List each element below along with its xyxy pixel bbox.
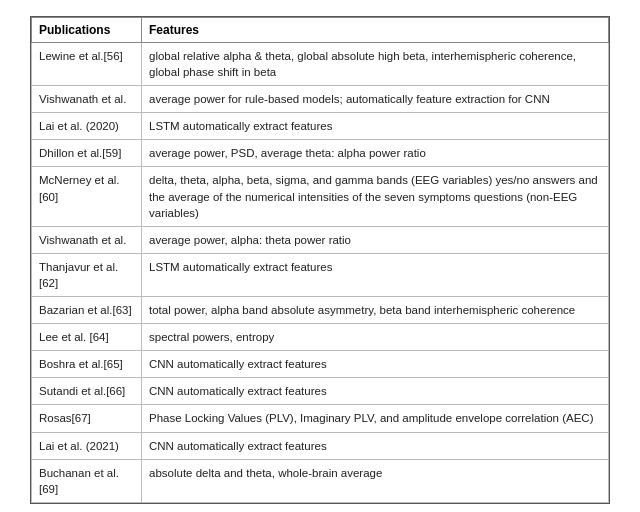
header-features: Features	[142, 18, 609, 43]
publication-cell: Thanjavur et al.[62]	[32, 253, 142, 296]
table-row: Boshra et al.[65]CNN automatically extra…	[32, 351, 609, 378]
publication-cell: Rosas[67]	[32, 405, 142, 432]
table-row: McNerney et al.[60]delta, theta, alpha, …	[32, 167, 609, 226]
features-cell: CNN automatically extract features	[142, 351, 609, 378]
features-cell: average power, alpha: theta power ratio	[142, 226, 609, 253]
publication-cell: Buchanan et al.[69]	[32, 459, 142, 502]
table-row: Sutandi et al.[66]CNN automatically extr…	[32, 378, 609, 405]
table-row: Lewine et al.[56]global relative alpha &…	[32, 43, 609, 86]
features-cell: average power for rule-based models; aut…	[142, 86, 609, 113]
publication-cell: Sutandi et al.[66]	[32, 378, 142, 405]
features-cell: delta, theta, alpha, beta, sigma, and ga…	[142, 167, 609, 226]
table-row: Lai et al. (2021)CNN automatically extra…	[32, 432, 609, 459]
publication-cell: Lewine et al.[56]	[32, 43, 142, 86]
features-cell: LSTM automatically extract features	[142, 113, 609, 140]
publication-cell: Vishwanath et al.	[32, 226, 142, 253]
publication-cell: Vishwanath et al.	[32, 86, 142, 113]
publication-cell: Lai et al. (2021)	[32, 432, 142, 459]
publication-cell: McNerney et al.[60]	[32, 167, 142, 226]
features-cell: CNN automatically extract features	[142, 432, 609, 459]
table-row: Vishwanath et al.average power, alpha: t…	[32, 226, 609, 253]
features-cell: LSTM automatically extract features	[142, 253, 609, 296]
main-table-wrapper: Publications Features Lewine et al.[56]g…	[30, 16, 610, 504]
table-row: Lee et al. [64]spectral powers, entropy	[32, 324, 609, 351]
publication-cell: Bazarian et al.[63]	[32, 297, 142, 324]
features-cell: average power, PSD, average theta: alpha…	[142, 140, 609, 167]
features-cell: spectral powers, entropy	[142, 324, 609, 351]
table-row: Dhillon et al.[59]average power, PSD, av…	[32, 140, 609, 167]
table-row: Buchanan et al.[69]absolute delta and th…	[32, 459, 609, 502]
publications-table: Publications Features Lewine et al.[56]g…	[31, 17, 609, 503]
features-cell: Phase Locking Values (PLV), Imaginary PL…	[142, 405, 609, 432]
publication-cell: Lee et al. [64]	[32, 324, 142, 351]
table-row: Thanjavur et al.[62]LSTM automatically e…	[32, 253, 609, 296]
header-publications: Publications	[32, 18, 142, 43]
features-cell: global relative alpha & theta, global ab…	[142, 43, 609, 86]
features-cell: CNN automatically extract features	[142, 378, 609, 405]
table-row: Vishwanath et al.average power for rule-…	[32, 86, 609, 113]
publication-cell: Dhillon et al.[59]	[32, 140, 142, 167]
table-header-row: Publications Features	[32, 18, 609, 43]
features-cell: total power, alpha band absolute asymmet…	[142, 297, 609, 324]
features-cell: absolute delta and theta, whole-brain av…	[142, 459, 609, 502]
table-row: Lai et al. (2020)LSTM automatically extr…	[32, 113, 609, 140]
table-row: Bazarian et al.[63]total power, alpha ba…	[32, 297, 609, 324]
publication-cell: Boshra et al.[65]	[32, 351, 142, 378]
publication-cell: Lai et al. (2020)	[32, 113, 142, 140]
table-row: Rosas[67]Phase Locking Values (PLV), Ima…	[32, 405, 609, 432]
